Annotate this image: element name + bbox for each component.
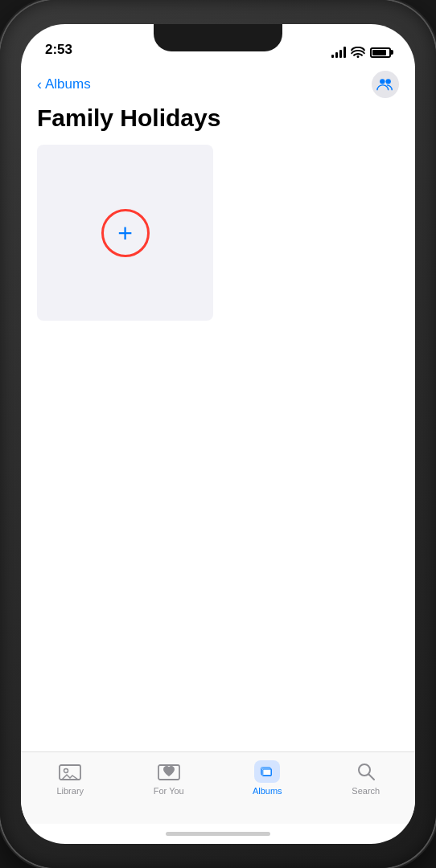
svg-point-0 (380, 79, 385, 84)
add-photo-button[interactable]: + (37, 145, 213, 321)
home-indicator (21, 824, 415, 844)
back-button[interactable]: ‹ Albums (37, 76, 91, 93)
status-icons (331, 47, 391, 58)
home-bar (166, 832, 270, 836)
album-grid: + (37, 145, 399, 321)
tab-for-you[interactable]: For You (141, 760, 197, 796)
tab-library[interactable]: Library (42, 760, 98, 796)
signal-icon (331, 47, 346, 58)
people-icon (376, 76, 394, 93)
page-title: Family Holidays (37, 104, 399, 132)
page-title-section: Family Holidays (21, 101, 415, 145)
svg-point-1 (385, 79, 390, 84)
tab-bar: Library For You (21, 751, 415, 824)
search-tab-label: Search (352, 786, 380, 796)
search-icon (353, 760, 379, 783)
phone-screen: 2:53 (21, 24, 415, 844)
wifi-icon (351, 47, 365, 58)
back-chevron-icon: ‹ (37, 76, 42, 93)
notch (154, 24, 282, 51)
status-time: 2:53 (45, 42, 72, 58)
svg-line-10 (368, 775, 374, 780)
svg-point-3 (64, 769, 68, 773)
for-you-tab-label: For You (154, 786, 184, 796)
people-button[interactable] (372, 71, 399, 98)
add-circle-indicator: + (101, 209, 150, 257)
albums-icon (254, 760, 280, 783)
tab-search[interactable]: Search (338, 760, 394, 796)
library-tab-label: Library (56, 786, 84, 796)
back-label: Albums (45, 76, 91, 92)
library-icon (57, 760, 83, 783)
tab-albums[interactable]: Albums (239, 760, 295, 796)
nav-bar: ‹ Albums (21, 64, 415, 101)
battery-icon (370, 47, 391, 58)
content-area: + (21, 145, 415, 751)
albums-tab-label: Albums (253, 786, 282, 796)
add-plus-icon: + (117, 220, 133, 246)
phone-frame: 2:53 (0, 0, 436, 868)
for-you-icon (156, 760, 182, 783)
